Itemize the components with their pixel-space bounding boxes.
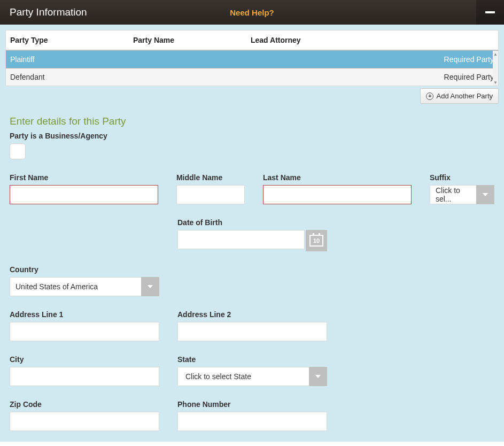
table-row[interactable]: Plaintiff Required Party: [6, 51, 498, 68]
zip-label: Zip Code: [10, 400, 159, 409]
panel-title: Party Information: [10, 6, 87, 18]
dob-input[interactable]: [177, 230, 305, 249]
col-header-lead-attorney: Lead Attorney: [251, 36, 494, 44]
party-details-form: Party is a Business/Agency First Name Mi…: [10, 132, 494, 431]
calendar-icon: 10: [309, 235, 323, 247]
business-agency-field: Party is a Business/Agency: [10, 132, 494, 159]
business-agency-checkbox[interactable]: [10, 143, 26, 159]
country-dropdown-button[interactable]: [141, 277, 159, 296]
cell-party-name: [133, 73, 251, 81]
minus-icon: [485, 11, 495, 13]
address1-input[interactable]: [10, 322, 159, 341]
suffix-select[interactable]: Click to sel...: [430, 185, 494, 204]
address1-label: Address Line 1: [10, 310, 159, 319]
party-table-body: Plaintiff Required Party Defendant Requi…: [6, 51, 498, 86]
state-label: State: [177, 355, 327, 364]
country-label: Country: [10, 265, 159, 274]
collapse-button[interactable]: [476, 0, 504, 25]
panel-body: Party Type Party Name Lead Attorney Plai…: [0, 25, 504, 442]
first-name-label: First Name: [10, 173, 158, 182]
last-name-input[interactable]: [263, 185, 412, 204]
col-header-party-name: Party Name: [133, 36, 251, 44]
add-another-party-button[interactable]: + Add Another Party: [420, 88, 499, 104]
cell-required: Required Party: [444, 55, 494, 64]
state-select[interactable]: Click to select State: [177, 367, 327, 386]
middle-name-label: Middle Name: [176, 173, 245, 182]
dob-calendar-button[interactable]: 10: [306, 230, 327, 251]
phone-label: Phone Number: [177, 400, 327, 409]
section-heading: Enter details for this Party: [10, 116, 499, 127]
cell-party-name: [133, 55, 251, 64]
country-value: United States of America: [10, 277, 141, 296]
first-name-input[interactable]: [10, 185, 158, 204]
address2-input[interactable]: [177, 322, 327, 341]
chevron-down-icon: [315, 375, 321, 378]
middle-name-input[interactable]: [176, 185, 245, 204]
chevron-down-icon: [148, 285, 153, 288]
add-button-row: + Add Another Party: [5, 86, 499, 104]
suffix-value: Click to sel...: [430, 185, 476, 204]
state-value: Click to select State: [177, 367, 309, 386]
suffix-dropdown-button[interactable]: [476, 185, 494, 204]
address2-label: Address Line 2: [177, 310, 327, 319]
cell-party-type: Plaintiff: [10, 55, 133, 64]
last-name-label: Last Name: [263, 173, 412, 182]
col-header-party-type: Party Type: [10, 36, 133, 44]
zip-input[interactable]: [10, 412, 159, 431]
phone-input[interactable]: [177, 412, 327, 431]
cell-party-type: Defendant: [10, 73, 133, 81]
plus-circle-icon: +: [426, 93, 433, 100]
city-label: City: [10, 355, 159, 364]
scroll-up-icon: ▲: [493, 51, 498, 57]
state-dropdown-button[interactable]: [309, 367, 327, 386]
scroll-down-icon: ▼: [493, 79, 498, 86]
panel-header: Party Information Need Help?: [0, 0, 504, 25]
suffix-label: Suffix: [430, 173, 494, 182]
table-row[interactable]: Defendant Required Party: [6, 68, 498, 86]
dob-label: Date of Birth: [177, 218, 327, 227]
add-button-label: Add Another Party: [436, 92, 493, 100]
business-agency-label: Party is a Business/Agency: [10, 132, 494, 140]
party-table-header: Party Type Party Name Lead Attorney: [6, 30, 498, 51]
chevron-down-icon: [483, 193, 488, 196]
cell-required: Required Party: [444, 73, 494, 81]
party-table: Party Type Party Name Lead Attorney Plai…: [5, 30, 499, 86]
scrollbar[interactable]: ▲ ▼: [493, 51, 498, 86]
country-select[interactable]: United States of America: [10, 277, 159, 296]
city-input[interactable]: [10, 367, 159, 386]
help-link[interactable]: Need Help?: [230, 8, 274, 17]
